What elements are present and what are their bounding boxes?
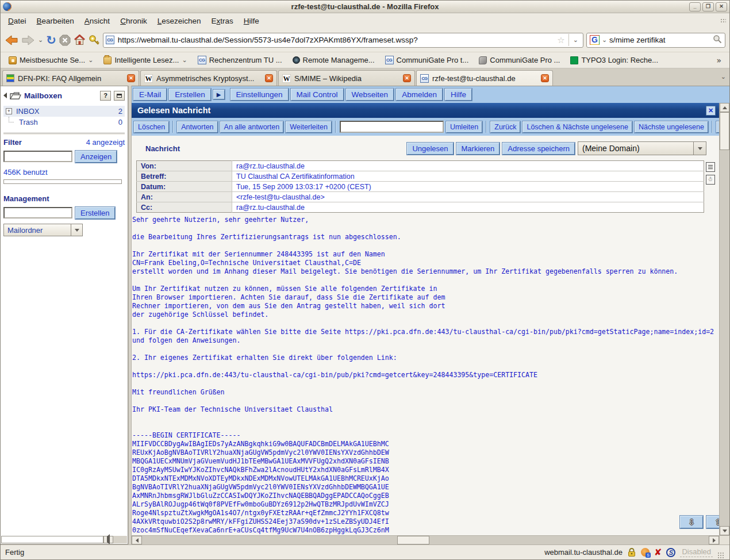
tab-smime-wikipedia[interactable]: W S/MIME – Wikipedia ✕	[278, 70, 415, 86]
bookmark-remote-management[interactable]: Remote Manageme...	[288, 54, 379, 66]
view-titlebar: Gelesen Nachricht ✕	[132, 103, 719, 118]
delete-next-unread-button[interactable]: Löschen & Nächste ungelesene	[522, 121, 632, 133]
mark-unread-button[interactable]: Ungelesen	[407, 143, 453, 155]
nav-logout-button[interactable]: Abmelden	[396, 89, 443, 101]
menu-extras[interactable]: Extras	[206, 14, 239, 28]
back-history-dropdown[interactable]: ⌄	[38, 36, 43, 44]
vertical-scrollbar[interactable]	[719, 103, 729, 535]
maximize-button[interactable]: ❐	[702, 2, 714, 11]
menu-hilfe[interactable]: Hilfe	[239, 14, 264, 28]
reload-button[interactable]: ↻	[46, 33, 56, 47]
blocked-icon[interactable]: ✘	[654, 547, 662, 558]
scrollbar-thumb[interactable]	[1, 536, 103, 543]
bookmark-communigate-2[interactable]: CommuniGate Pro ...	[474, 54, 564, 66]
bookmark-smart-bookmarks[interactable]: Intelligente Lesez... ⌄	[99, 54, 191, 66]
scroll-left-stepper[interactable]	[103, 536, 113, 543]
scrollbar-track[interactable]	[720, 150, 729, 526]
menu-chronik[interactable]: Chronik	[115, 14, 152, 28]
new-mailbox-input[interactable]	[3, 207, 72, 218]
frame-collapse-icon[interactable]	[3, 93, 7, 98]
menu-bearbeiten[interactable]: Bearbeiten	[32, 14, 79, 28]
filter-input[interactable]	[3, 151, 72, 162]
url-dropdown[interactable]: ⌄	[568, 34, 581, 46]
tab-dfn-pki[interactable]: DFN-PKI: FAQ Allgemein ✕	[2, 70, 139, 86]
scrollbar-thumb[interactable]	[720, 112, 729, 150]
sidebar-window-button[interactable]	[114, 91, 125, 101]
minimize-button[interactable]: _	[689, 2, 701, 11]
nav-websites-button[interactable]: Webseiten	[346, 89, 394, 101]
bookmark-most-visited[interactable]: Meistbesuchte Se... ⌄	[4, 54, 98, 66]
tab-close-icon[interactable]: ✕	[265, 74, 273, 82]
create-mailbox-button[interactable]: Erstellen	[75, 207, 115, 219]
menu-ansicht[interactable]: Ansicht	[79, 14, 115, 28]
bookmark-rechenzentrum[interactable]: CG Rechenzentrum TU ...	[193, 54, 287, 66]
skype-status-icon[interactable]: S	[666, 548, 675, 557]
bookmarks-overflow-button[interactable]: »	[712, 56, 726, 65]
menu-lesezeichen[interactable]: Lesezeichen	[152, 14, 206, 28]
nav-email-button[interactable]: E-Mail	[133, 89, 167, 101]
save-address-button[interactable]: Adresse speichern	[502, 143, 575, 155]
show-headers-icon[interactable]	[706, 162, 715, 172]
url-bar[interactable]: CG ☆ ⌄	[103, 33, 583, 48]
tab-close-icon[interactable]: ✕	[127, 74, 135, 82]
domain-select[interactable]: (Meine Domain)	[578, 141, 706, 155]
filter-show-button[interactable]: Anzeigen	[75, 151, 117, 163]
google-search-engine-icon[interactable]: G	[590, 35, 600, 45]
view-close-icon[interactable]: ✕	[706, 106, 716, 116]
search-bar[interactable]: G ⌄	[586, 33, 725, 48]
scroll-right-stepper[interactable]	[709, 536, 719, 544]
close-button[interactable]: ✕	[716, 2, 727, 11]
nav-expand-button[interactable]: ▶	[213, 90, 225, 99]
folder-inbox[interactable]: + INBOX 2	[3, 106, 125, 117]
reply-all-button[interactable]: An alle antworten	[220, 121, 284, 133]
flag-button[interactable]: Markieren	[456, 143, 500, 155]
tree-expand-icon[interactable]: +	[6, 108, 12, 114]
scrollbar-track[interactable]	[429, 536, 709, 544]
key-icon[interactable]	[89, 34, 100, 46]
folder-trash[interactable]: Trash 0	[3, 117, 125, 128]
home-button[interactable]	[74, 34, 86, 45]
mailfolder-select[interactable]: Mailordner	[3, 224, 83, 236]
redirect-button[interactable]: Umleiten	[446, 121, 482, 133]
nav-help-button[interactable]: Hilfe	[445, 89, 472, 101]
forward-button[interactable]	[21, 34, 35, 46]
delete-button[interactable]: Löschen	[134, 121, 169, 133]
tab-asymmetrisches-kryptosystem[interactable]: W Asymmetrisches Kryptosyst... ✕	[140, 70, 277, 86]
tab-webmail-active[interactable]: CG rzfe-test@tu-clausthal.de ✕	[416, 70, 553, 86]
bookmark-typo3[interactable]: TYPO3 Login: Reche...	[566, 54, 663, 66]
reply-button[interactable]: Antworten	[177, 121, 217, 133]
vcard-icon[interactable]	[706, 175, 715, 185]
forward-button[interactable]: Weiterleiten	[286, 121, 332, 133]
sidebar-horizontal-scrollbar[interactable]	[1, 536, 127, 543]
scroll-to-bottom-button[interactable]: ⇩	[680, 516, 703, 528]
sidebar-help-button[interactable]: ?	[100, 91, 111, 101]
url-input[interactable]	[118, 36, 554, 44]
scroll-down-stepper[interactable]	[720, 526, 729, 535]
scrollbar-thumb[interactable]	[397, 536, 429, 544]
menu-datei[interactable]: Datei	[3, 14, 32, 28]
redirect-address-input[interactable]	[340, 121, 444, 133]
nav-settings-button[interactable]: Einstellungen	[230, 89, 289, 101]
bookmark-star-icon[interactable]: ☆	[557, 35, 564, 45]
cookie-icon[interactable]	[641, 548, 650, 557]
stop-button[interactable]	[59, 34, 71, 46]
lock-icon[interactable]	[627, 547, 636, 557]
chevron-down-icon: ⌄	[182, 56, 187, 64]
horizontal-scrollbar[interactable]	[132, 535, 719, 544]
window-resize-grip[interactable]	[717, 552, 725, 559]
search-engine-dropdown[interactable]: ⌄	[602, 36, 607, 44]
next-unread-button[interactable]: Nächste ungelesene	[635, 121, 708, 133]
tab-list-dropdown[interactable]: ⌄	[721, 73, 726, 80]
search-icon[interactable]	[713, 34, 722, 45]
nav-compose-button[interactable]: Erstellen	[169, 89, 211, 101]
scroll-up-stepper[interactable]	[720, 103, 729, 112]
back-button[interactable]	[5, 34, 18, 46]
search-input[interactable]	[609, 36, 710, 44]
bookmark-communigate-1[interactable]: CG CommuniGate Pro t...	[381, 54, 474, 66]
scroll-left-stepper[interactable]	[132, 536, 142, 544]
nav-mailcontrol-button[interactable]: Mail Control	[291, 89, 344, 101]
tab-close-icon[interactable]: ✕	[403, 74, 411, 82]
scroll-to-top-button[interactable]: ⇧	[706, 516, 719, 528]
tab-close-icon[interactable]: ✕	[541, 74, 549, 82]
back-to-list-button[interactable]: Zurück	[490, 121, 520, 133]
